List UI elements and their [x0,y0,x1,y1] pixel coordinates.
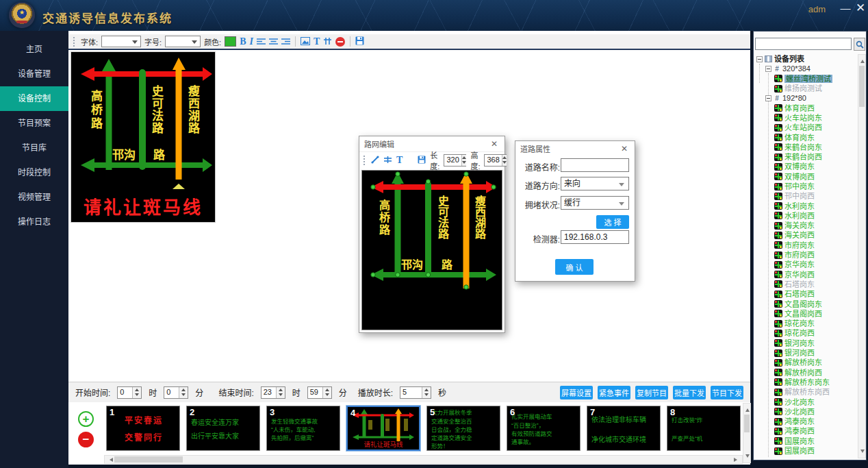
device-tree-item[interactable]: 沙北岗西 [755,407,859,417]
program-thumbnail[interactable]: 7 依法治理非标车辆 净化城市交通环境 [587,406,661,451]
scrollbar-thumb[interactable] [859,66,865,107]
device-tree-item[interactable]: 琼花岗西 [755,328,859,338]
device-tree-item[interactable]: 国展岗东 [755,436,859,446]
device-tree-item[interactable]: 石塔岗东 [755,280,859,289]
program-vertical-scrollbar[interactable] [743,403,751,463]
select-detector-button[interactable]: 选 择 [596,215,629,229]
device-tree-item[interactable]: 维扬岗测试 [755,84,859,93]
scrollbar-thumb[interactable] [114,456,183,463]
close-button[interactable]: ✕ [853,1,868,15]
road-name-input[interactable] [561,158,629,172]
align-center-icon[interactable] [269,36,278,48]
device-tree-item[interactable]: 市府岗东 [755,241,859,250]
spin-up-icon[interactable] [502,155,507,160]
device-tree-item[interactable]: 国展岗西 [755,446,859,456]
program-thumbnail[interactable]: 1 平安春运 交警同行 [106,406,180,451]
road-properties-close-icon[interactable]: ✕ [619,144,630,153]
save-icon[interactable] [418,154,426,167]
program-thumbnail[interactable]: 4 请礼让斑马线 [346,406,420,451]
scroll-left-icon[interactable] [107,458,113,462]
bold-button[interactable]: B [240,36,246,47]
program-thumbnail[interactable]: 8 打击改装“炸 严查严处“机 [667,406,741,451]
spin-down-icon[interactable] [462,160,466,166]
road-direction-select[interactable]: 来向 [561,177,629,190]
end-minute-spinner[interactable]: 59 [307,386,332,399]
collapse-toggle[interactable] [765,66,771,72]
sidebar-item[interactable]: 操作日志 [0,210,68,234]
device-tree-item[interactable]: 解放桥东岗东 [755,378,859,387]
delete-icon[interactable] [335,37,345,47]
device-tree-item[interactable]: 水利岗西 [755,211,859,221]
led-display-preview[interactable]: 高桥路 史可法路 瘦西湖路 邗沟 路 请礼让斑马线 [71,51,216,223]
program-thumbnail[interactable]: 3 发生轻微交通事故 “人未伤，车能动, 先拍照，后撤离” [266,406,340,451]
end-hour-spinner[interactable]: 23 [261,386,285,399]
device-tree-item[interactable]: 银河岗西 [755,348,859,358]
device-tree-item[interactable]: 双博岗西 [755,172,859,182]
device-tree-item[interactable]: 海关岗西 [755,230,859,240]
scroll-up-icon[interactable] [745,406,750,412]
action-button[interactable]: 紧急事件 [598,386,630,399]
road-editor-close-icon[interactable]: ✕ [489,139,500,149]
action-button[interactable]: 屏幕设置 [560,386,593,399]
device-tree-item[interactable]: 京华岗东 [755,260,859,269]
scroll-down-icon[interactable] [860,449,865,455]
device-tree-item[interactable]: 京华岗西 [755,270,859,280]
collapse-toggle[interactable] [756,56,763,62]
collapse-toggle[interactable] [765,95,771,101]
action-button[interactable]: 批量下发 [673,386,706,399]
search-button[interactable] [854,38,865,51]
sidebar-item[interactable]: 设备控制 [0,86,68,111]
device-tree-item[interactable]: 火车站岗西 [755,123,859,132]
device-tree-item[interactable]: 来鹤台岗西 [755,152,859,162]
start-hour-spinner[interactable]: 0 [117,386,142,399]
device-tree-item[interactable]: 市府岗西 [755,250,859,260]
detector-input[interactable]: 192.168.0.3 [561,230,629,244]
device-tree-item[interactable]: 文昌阁岗东 [755,299,859,308]
remove-program-button[interactable]: − [78,432,94,447]
road-editor-canvas[interactable]: 高桥路 史可法路 瘦西湖路 邗沟 路 [361,170,502,330]
program-thumbnail[interactable]: 6 扎实开展电动车 “百日整治”， 有效预防道路交 通事故。 [507,406,580,451]
device-tree-item[interactable]: 鸿泰岗东 [755,417,859,426]
text-tool-icon[interactable]: T [314,36,320,47]
device-tree-item[interactable]: 火车站岗东 [755,113,859,123]
scroll-right-icon[interactable] [734,458,739,462]
sidebar-item[interactable]: 视频管理 [0,185,68,210]
sidebar-item[interactable]: 节目库 [0,136,68,160]
action-button[interactable]: 节目下发 [711,386,743,399]
device-tree-item[interactable]: 螺丝湾桥测试 [755,74,859,84]
device-tree-item[interactable]: 解放桥东岗西 [755,387,859,397]
spin-up-icon[interactable] [462,155,466,160]
tree-scrollbar[interactable] [858,54,866,458]
device-group[interactable]: # 320*384 [755,64,859,73]
device-tree-item[interactable]: 琼花岗东 [755,319,859,328]
minimize-button[interactable]: — [838,1,853,15]
scrollbar-thumb[interactable] [744,415,750,432]
confirm-button[interactable]: 确 认 [555,259,593,275]
program-thumbnail[interactable]: 2 春运安全连万家 出行平安靠大家 [186,406,260,451]
font-select[interactable] [101,36,141,47]
align-right-icon[interactable] [281,36,290,48]
device-tree-root[interactable]: 设备列表 [755,54,859,64]
draw-line-icon[interactable] [371,154,379,167]
save-icon[interactable] [355,36,364,48]
crossroad-icon[interactable] [383,154,392,167]
device-tree-item[interactable]: 解放桥岗东 [755,358,859,367]
height-spinner[interactable]: 368 [484,154,507,167]
add-program-button[interactable]: + [78,411,94,427]
text-tool-icon[interactable]: T [396,155,403,166]
sidebar-item[interactable]: 主页 [0,37,68,62]
device-tree-item[interactable]: 海关岗东 [755,221,859,230]
road-tool-icon[interactable] [323,36,332,48]
device-group[interactable]: # 192*80 [755,93,859,103]
device-tree-item[interactable]: 文昌阁岗西 [755,309,859,319]
congestion-select[interactable]: 缓行 [561,196,629,210]
program-horizontal-scrollbar[interactable] [104,455,743,464]
device-tree-item[interactable]: 双博岗东 [755,162,859,171]
fontsize-select[interactable] [165,36,201,47]
sidebar-item[interactable]: 节目预案 [0,111,68,136]
scroll-up-icon[interactable] [860,58,865,63]
align-left-icon[interactable] [257,36,266,48]
device-tree-item[interactable]: 银河岗东 [755,338,859,348]
spin-down-icon[interactable] [502,160,507,166]
device-tree-item[interactable]: 体育岗东 [755,132,859,142]
